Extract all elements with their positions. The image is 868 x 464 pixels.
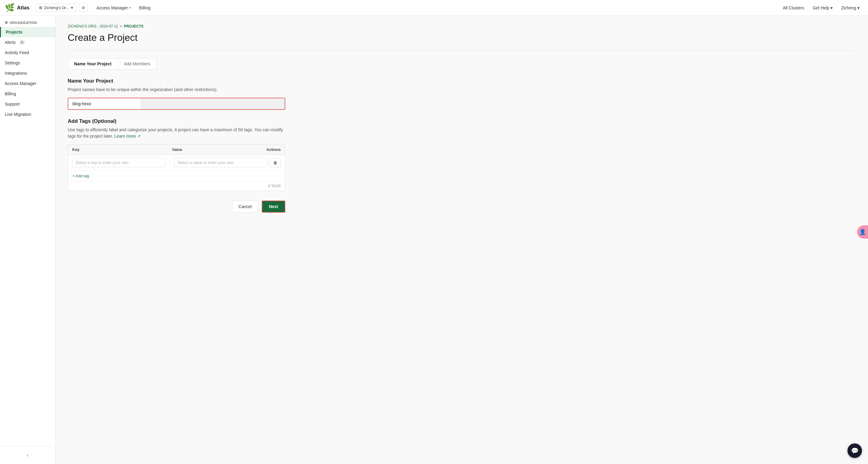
sidebar-activity-label: Activity Feed [5,50,29,55]
sidebar-collapse-button[interactable]: ‹ [0,450,55,460]
step-tabs: Name Your Project Add Members [68,58,157,69]
tab-add-members-label: Add Members [124,61,150,66]
form-footer: Cancel Next [68,201,285,213]
sidebar-item-alerts[interactable]: Alerts 0 [0,37,55,48]
app-body: ⊞ ORGANIZATION Projects Alerts 0 Activit… [0,16,868,464]
all-clusters-label: All Clusters [783,5,804,10]
logo-text: Atlas [17,5,30,11]
breadcrumb: ZICHENG'S ORG - 2024-07-11 > PROJECTS [68,24,856,28]
breadcrumb-current: PROJECTS [124,24,144,28]
sidebar: ⊞ ORGANIZATION Projects Alerts 0 Activit… [0,16,56,464]
tags-section-title: Add Tags (Optional) [68,118,285,124]
add-tag-button[interactable]: + Add tag [68,171,285,181]
col-header-value: Value [172,147,266,152]
sidebar-section-icon: ⊞ [5,21,8,25]
name-section-title: Name Your Project [68,78,285,84]
sidebar-section-label: ⊞ ORGANIZATION [0,16,55,27]
tab-name-project-label: Name Your Project [74,61,112,66]
breadcrumb-separator: > [120,24,122,28]
sidebar-item-projects[interactable]: Projects [0,27,55,37]
sidebar-item-activity-feed[interactable]: Activity Feed [0,48,55,58]
tags-learn-more-label: Learn more [114,134,136,139]
col-header-key: Key [72,147,166,152]
floating-feedback-button[interactable]: 👤 [857,225,868,239]
cancel-button[interactable]: Cancel [232,201,258,213]
nav-user[interactable]: Zicheng ▾ [837,4,863,12]
col-header-sep [166,147,172,152]
tags-learn-more-link[interactable]: Learn more ↗ [114,134,141,139]
project-name-suffix [141,98,285,109]
sidebar-support-label: Support [5,102,20,107]
collapse-icon: ‹ [27,453,28,458]
user-chevron-icon: ▾ [858,5,860,10]
nav-all-clusters[interactable]: All Clusters [779,4,808,12]
get-help-chevron-icon: ▾ [831,5,833,10]
get-help-label: Get Help [813,5,829,10]
chat-icon: 💬 [851,447,859,454]
tags-count: 0 TAGS [68,181,285,191]
nav-links: Access Manager ▾ Billing [93,4,154,12]
sidebar-live-migration-label: Live Migration [5,112,31,117]
sidebar-alerts-label: Alerts [5,40,16,45]
alerts-badge: 0 [19,40,25,45]
tab-arrow-inner [118,59,121,69]
delete-icon: 🗑 [273,160,277,165]
nav-billing-label: Billing [139,5,150,10]
col-header-actions: Actions [266,147,281,152]
sidebar-bottom: ‹ [0,446,55,464]
atlas-logo-icon: 🌿 [5,3,14,12]
nav-get-help[interactable]: Get Help ▾ [809,4,836,12]
breadcrumb-org[interactable]: ZICHENG'S ORG - 2024-07-11 [68,24,118,28]
tags-table-header: Key Value Actions [68,145,285,155]
sidebar-item-billing[interactable]: Billing [0,89,55,99]
tags-count-label: 0 TAGS [268,184,281,188]
sidebar-item-settings[interactable]: Settings [0,58,55,68]
add-tag-label: + Add tag [72,174,89,178]
org-selector[interactable]: ⊞ Zicheng's Or... ▾ [36,4,76,12]
logo[interactable]: 🌿 Atlas [5,3,30,12]
name-section-desc: Project names have to be unique within t… [68,87,285,93]
tag-separator: : [168,160,172,166]
tab-add-members[interactable]: Add Members [118,58,156,69]
table-row: : 🗑 [68,155,285,171]
tags-learn-more-icon: ↗ [137,134,141,139]
sidebar-access-manager-label: Access Manager [5,81,36,86]
nav-access-manager-chevron: ▾ [129,6,130,9]
tags-table: Key Value Actions : 🗑 + Add tag [68,144,285,191]
nav-item-access-manager[interactable]: Access Manager ▾ [93,4,134,12]
sidebar-section-text: ORGANIZATION [10,21,37,25]
nav-item-billing[interactable]: Billing [135,4,154,12]
sidebar-item-access-manager[interactable]: Access Manager [0,78,55,89]
sidebar-projects-label: Projects [6,30,22,34]
tab-name-project[interactable]: Name Your Project [68,58,118,69]
sidebar-billing-label: Billing [5,91,16,96]
main-content: ZICHENG'S ORG - 2024-07-11 > PROJECTS Cr… [56,16,868,464]
top-navigation: 🌿 Atlas ⊞ Zicheng's Or... ▾ ⚙ Access Man… [0,0,868,16]
user-name-label: Zicheng [841,5,856,10]
form-section: Name Your Project Project names have to … [68,78,285,213]
nav-right: All Clusters Get Help ▾ Zicheng ▾ [779,4,863,12]
org-grid-icon: ⊞ [39,5,42,10]
next-button[interactable]: Next [262,201,285,213]
sidebar-item-live-migration[interactable]: Live Migration [0,109,55,119]
tags-desc-text: Use tags to efficiently label and catego… [68,127,283,139]
sidebar-item-support[interactable]: Support [0,99,55,109]
org-chevron-icon: ▾ [71,5,73,10]
tag-value-input[interactable] [174,158,268,167]
nav-access-manager-label: Access Manager [96,5,128,10]
project-name-wrapper [68,98,285,110]
tag-key-input[interactable] [72,158,166,167]
page-divider [68,51,856,51]
tag-delete-button[interactable]: 🗑 [270,158,281,167]
tags-section-desc: Use tags to efficiently label and catego… [68,127,285,140]
page-title: Create a Project [68,32,856,43]
sidebar-integrations-label: Integrations [5,71,27,76]
sidebar-item-integrations[interactable]: Integrations [0,68,55,78]
floating-feedback-icon: 👤 [859,229,866,235]
sidebar-settings-label: Settings [5,60,20,65]
project-name-input[interactable] [68,98,141,109]
gear-button[interactable]: ⚙ [79,4,88,12]
org-name: Zicheng's Or... [44,5,69,10]
chat-button[interactable]: 💬 [847,443,862,458]
